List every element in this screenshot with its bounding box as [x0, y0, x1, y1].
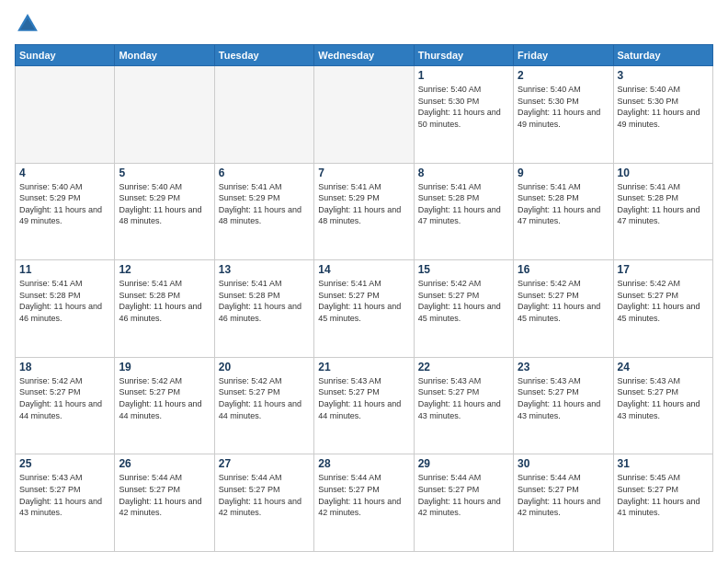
cell-details: Sunrise: 5:41 AMSunset: 5:28 PMDaylight:…: [19, 278, 110, 324]
cell-details: Sunrise: 5:42 AMSunset: 5:27 PMDaylight:…: [418, 278, 509, 324]
calendar-cell: 12Sunrise: 5:41 AMSunset: 5:28 PMDayligh…: [115, 260, 214, 358]
cell-details: Sunrise: 5:41 AMSunset: 5:28 PMDaylight:…: [518, 181, 609, 227]
calendar-cell: 10Sunrise: 5:41 AMSunset: 5:28 PMDayligh…: [613, 163, 712, 260]
calendar-cell: 19Sunrise: 5:42 AMSunset: 5:27 PMDayligh…: [115, 357, 214, 454]
day-number: 18: [19, 361, 110, 373]
cell-details: Sunrise: 5:42 AMSunset: 5:27 PMDaylight:…: [219, 375, 310, 421]
page: SundayMondayTuesdayWednesdayThursdayFrid…: [0, 0, 728, 563]
calendar-cell: [214, 66, 313, 164]
cell-details: Sunrise: 5:42 AMSunset: 5:27 PMDaylight:…: [618, 278, 709, 324]
calendar-cell: 4Sunrise: 5:40 AMSunset: 5:29 PMDaylight…: [16, 163, 115, 260]
day-number: 22: [418, 361, 509, 373]
day-number: 7: [318, 167, 409, 179]
day-number: 1: [418, 69, 509, 82]
calendar-cell: 15Sunrise: 5:42 AMSunset: 5:27 PMDayligh…: [414, 260, 513, 358]
cell-details: Sunrise: 5:43 AMSunset: 5:27 PMDaylight:…: [518, 375, 609, 421]
day-number: 23: [518, 361, 609, 373]
calendar-week-5: 25Sunrise: 5:43 AMSunset: 5:27 PMDayligh…: [16, 454, 713, 552]
calendar-cell: 25Sunrise: 5:43 AMSunset: 5:27 PMDayligh…: [16, 454, 115, 552]
cell-details: Sunrise: 5:41 AMSunset: 5:28 PMDaylight:…: [219, 278, 310, 324]
logo: [15, 11, 44, 37]
cell-details: Sunrise: 5:42 AMSunset: 5:27 PMDaylight:…: [518, 278, 609, 324]
cell-details: Sunrise: 5:41 AMSunset: 5:28 PMDaylight:…: [618, 181, 709, 227]
calendar-cell: [16, 66, 115, 164]
day-number: 26: [119, 457, 210, 470]
day-number: 5: [119, 167, 210, 179]
day-number: 25: [19, 457, 110, 470]
calendar-week-2: 4Sunrise: 5:40 AMSunset: 5:29 PMDaylight…: [16, 163, 713, 260]
calendar-cell: [115, 66, 214, 164]
calendar-cell: 14Sunrise: 5:41 AMSunset: 5:27 PMDayligh…: [314, 260, 414, 358]
day-number: 19: [119, 361, 210, 373]
cell-details: Sunrise: 5:40 AMSunset: 5:29 PMDaylight:…: [19, 181, 110, 227]
calendar-body: 1Sunrise: 5:40 AMSunset: 5:30 PMDaylight…: [16, 66, 713, 552]
calendar-header-row: SundayMondayTuesdayWednesdayThursdayFrid…: [16, 45, 713, 66]
calendar-cell: 27Sunrise: 5:44 AMSunset: 5:27 PMDayligh…: [214, 454, 313, 552]
cell-details: Sunrise: 5:43 AMSunset: 5:27 PMDaylight:…: [418, 375, 509, 421]
cell-details: Sunrise: 5:40 AMSunset: 5:30 PMDaylight:…: [518, 84, 609, 130]
calendar-cell: 2Sunrise: 5:40 AMSunset: 5:30 PMDaylight…: [514, 66, 613, 164]
calendar-cell: 21Sunrise: 5:43 AMSunset: 5:27 PMDayligh…: [314, 357, 414, 454]
header: [15, 11, 713, 37]
day-header-monday: Monday: [115, 45, 214, 66]
day-number: 8: [418, 167, 509, 179]
cell-details: Sunrise: 5:41 AMSunset: 5:28 PMDaylight:…: [418, 181, 509, 227]
cell-details: Sunrise: 5:40 AMSunset: 5:30 PMDaylight:…: [418, 84, 509, 130]
cell-details: Sunrise: 5:41 AMSunset: 5:29 PMDaylight:…: [219, 181, 310, 227]
calendar-cell: 17Sunrise: 5:42 AMSunset: 5:27 PMDayligh…: [613, 260, 712, 358]
logo-icon: [15, 11, 40, 37]
day-number: 28: [318, 457, 409, 470]
day-number: 31: [618, 457, 709, 470]
day-number: 16: [518, 263, 609, 276]
cell-details: Sunrise: 5:41 AMSunset: 5:27 PMDaylight:…: [318, 278, 409, 324]
day-number: 9: [518, 167, 609, 179]
cell-details: Sunrise: 5:41 AMSunset: 5:28 PMDaylight:…: [119, 278, 210, 324]
day-number: 3: [618, 69, 709, 82]
calendar-week-1: 1Sunrise: 5:40 AMSunset: 5:30 PMDaylight…: [16, 66, 713, 164]
calendar-cell: [314, 66, 414, 164]
calendar-cell: 7Sunrise: 5:41 AMSunset: 5:29 PMDaylight…: [314, 163, 414, 260]
day-number: 21: [318, 361, 409, 373]
calendar-cell: 9Sunrise: 5:41 AMSunset: 5:28 PMDaylight…: [514, 163, 613, 260]
calendar-cell: 29Sunrise: 5:44 AMSunset: 5:27 PMDayligh…: [414, 454, 513, 552]
calendar-cell: 31Sunrise: 5:45 AMSunset: 5:27 PMDayligh…: [613, 454, 712, 552]
cell-details: Sunrise: 5:43 AMSunset: 5:27 PMDaylight:…: [618, 375, 709, 421]
day-number: 6: [219, 167, 310, 179]
day-header-thursday: Thursday: [414, 45, 513, 66]
cell-details: Sunrise: 5:43 AMSunset: 5:27 PMDaylight:…: [318, 375, 409, 421]
calendar-cell: 8Sunrise: 5:41 AMSunset: 5:28 PMDaylight…: [414, 163, 513, 260]
calendar-cell: 13Sunrise: 5:41 AMSunset: 5:28 PMDayligh…: [214, 260, 313, 358]
cell-details: Sunrise: 5:42 AMSunset: 5:27 PMDaylight:…: [119, 375, 210, 421]
day-number: 30: [518, 457, 609, 470]
calendar-cell: 18Sunrise: 5:42 AMSunset: 5:27 PMDayligh…: [16, 357, 115, 454]
cell-details: Sunrise: 5:44 AMSunset: 5:27 PMDaylight:…: [318, 472, 409, 518]
day-number: 10: [618, 167, 709, 179]
cell-details: Sunrise: 5:42 AMSunset: 5:27 PMDaylight:…: [19, 375, 110, 421]
day-header-tuesday: Tuesday: [214, 45, 313, 66]
calendar-table: SundayMondayTuesdayWednesdayThursdayFrid…: [15, 44, 713, 552]
cell-details: Sunrise: 5:44 AMSunset: 5:27 PMDaylight:…: [119, 472, 210, 518]
day-number: 24: [618, 361, 709, 373]
day-number: 2: [518, 69, 609, 82]
calendar-cell: 6Sunrise: 5:41 AMSunset: 5:29 PMDaylight…: [214, 163, 313, 260]
day-number: 27: [219, 457, 310, 470]
calendar-cell: 30Sunrise: 5:44 AMSunset: 5:27 PMDayligh…: [514, 454, 613, 552]
calendar-cell: 23Sunrise: 5:43 AMSunset: 5:27 PMDayligh…: [514, 357, 613, 454]
day-number: 13: [219, 263, 310, 276]
calendar-cell: 5Sunrise: 5:40 AMSunset: 5:29 PMDaylight…: [115, 163, 214, 260]
cell-details: Sunrise: 5:44 AMSunset: 5:27 PMDaylight:…: [219, 472, 310, 518]
calendar-cell: 20Sunrise: 5:42 AMSunset: 5:27 PMDayligh…: [214, 357, 313, 454]
calendar-cell: 26Sunrise: 5:44 AMSunset: 5:27 PMDayligh…: [115, 454, 214, 552]
calendar-week-3: 11Sunrise: 5:41 AMSunset: 5:28 PMDayligh…: [16, 260, 713, 358]
calendar-cell: 3Sunrise: 5:40 AMSunset: 5:30 PMDaylight…: [613, 66, 712, 164]
day-number: 17: [618, 263, 709, 276]
day-number: 11: [19, 263, 110, 276]
day-number: 14: [318, 263, 409, 276]
calendar-cell: 24Sunrise: 5:43 AMSunset: 5:27 PMDayligh…: [613, 357, 712, 454]
day-header-friday: Friday: [514, 45, 613, 66]
day-header-wednesday: Wednesday: [314, 45, 414, 66]
calendar-cell: 22Sunrise: 5:43 AMSunset: 5:27 PMDayligh…: [414, 357, 513, 454]
day-number: 20: [219, 361, 310, 373]
day-number: 12: [119, 263, 210, 276]
cell-details: Sunrise: 5:44 AMSunset: 5:27 PMDaylight:…: [518, 472, 609, 518]
